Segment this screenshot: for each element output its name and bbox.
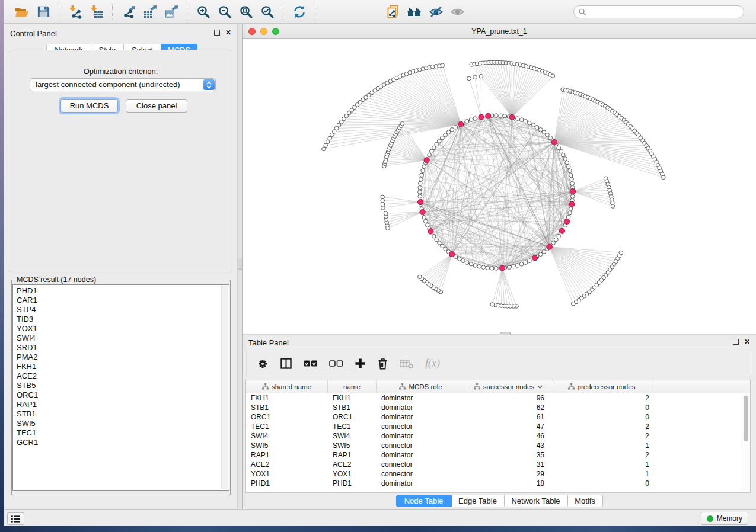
network-node[interactable] [524, 261, 528, 265]
network-node[interactable] [429, 149, 433, 153]
table-row[interactable]: RAP1RAP1dominator352 [246, 450, 750, 460]
import-network-button[interactable] [66, 3, 85, 21]
mcds-result-item[interactable]: ACE2 [17, 371, 221, 381]
deselect-all-button[interactable] [329, 360, 343, 368]
table-cell[interactable]: dominator [377, 479, 465, 488]
add-column-button[interactable] [355, 358, 366, 369]
table-cell[interactable]: ORC1 [328, 413, 377, 421]
network-node[interactable] [486, 266, 490, 270]
network-node[interactable] [571, 302, 575, 306]
network-node[interactable] [465, 261, 469, 265]
network-node[interactable] [461, 259, 465, 263]
table-cell[interactable]: 2 [551, 432, 652, 440]
hide-selected-button[interactable] [426, 3, 445, 21]
vertical-splitter[interactable] [237, 24, 243, 509]
network-hub-node[interactable] [486, 113, 491, 118]
network-node[interactable] [479, 74, 483, 78]
network-node[interactable] [322, 147, 326, 151]
table-cell[interactable]: 1 [551, 470, 652, 478]
mcds-result-item[interactable]: TEC1 [17, 428, 221, 438]
network-node[interactable] [535, 125, 539, 129]
network-node[interactable] [435, 142, 439, 146]
network-node[interactable] [538, 252, 543, 257]
table-cell[interactable]: connector [377, 470, 465, 478]
table-cell[interactable]: SWI5 [246, 441, 328, 450]
network-node[interactable] [511, 264, 515, 268]
table-cell[interactable]: STB1 [246, 403, 328, 412]
column-header-MCDS-role[interactable]: MCDS role [377, 380, 465, 393]
float-panel-icon[interactable] [214, 30, 220, 36]
table-cell[interactable]: 35 [465, 451, 551, 459]
import-table-button[interactable] [87, 3, 106, 21]
table-settings-button[interactable] [257, 358, 269, 370]
table-cell[interactable]: TEC1 [246, 422, 328, 431]
float-table-panel-icon[interactable] [733, 339, 739, 345]
table-cell[interactable]: dominator [377, 451, 465, 459]
export-network-button[interactable] [119, 3, 138, 21]
mcds-result-item[interactable]: TID3 [17, 315, 221, 324]
network-node[interactable] [418, 275, 422, 279]
network-hub-node[interactable] [418, 199, 423, 204]
network-node[interactable] [440, 244, 444, 248]
table-cell[interactable]: FKH1 [328, 394, 377, 402]
table-cell[interactable]: dominator [377, 432, 465, 440]
table-row[interactable]: TEC1TEC1connector472 [246, 422, 750, 431]
table-cell[interactable]: SWI4 [246, 432, 328, 440]
network-node[interactable] [662, 175, 666, 180]
table-row[interactable]: STB1STB1dominator620 [246, 403, 750, 412]
network-node[interactable] [444, 133, 448, 137]
network-node[interactable] [381, 206, 385, 210]
table-scrollbar[interactable] [742, 393, 750, 492]
network-node[interactable] [538, 127, 543, 132]
table-cell[interactable]: 29 [465, 470, 551, 478]
network-node[interactable] [531, 123, 535, 127]
column-header-name[interactable]: name [328, 380, 377, 393]
network-node[interactable] [551, 241, 556, 245]
network-node[interactable] [519, 118, 524, 122]
close-panel-icon[interactable]: ✕ [225, 30, 231, 36]
mcds-result-item[interactable]: FKH1 [17, 362, 221, 371]
run-mcds-button[interactable]: Run MCDS [60, 99, 118, 113]
network-node[interactable] [420, 173, 424, 177]
table-cell[interactable]: SWI4 [328, 432, 377, 440]
table-row[interactable]: ACE2ACE2connector311 [246, 460, 750, 469]
network-node[interactable] [428, 153, 432, 157]
table-cell[interactable]: connector [377, 460, 465, 469]
network-node[interactable] [441, 63, 445, 68]
network-node[interactable] [546, 133, 550, 137]
network-node[interactable] [421, 169, 425, 173]
show-columns-button[interactable] [280, 357, 292, 370]
table-cell[interactable]: STB1 [328, 403, 377, 412]
table-cell[interactable]: connector [377, 422, 465, 431]
network-node[interactable] [454, 125, 458, 129]
network-node[interactable] [551, 74, 555, 78]
network-node[interactable] [473, 117, 477, 121]
network-node[interactable] [559, 149, 563, 153]
network-node[interactable] [542, 130, 546, 134]
network-node[interactable] [570, 181, 575, 185]
close-window-traffic-light[interactable] [248, 28, 256, 35]
table-cell[interactable]: 0 [551, 403, 652, 412]
table-cell[interactable]: dominator [377, 394, 465, 402]
save-session-button[interactable] [34, 3, 53, 21]
table-cell[interactable]: ACE2 [328, 460, 377, 469]
search-input[interactable] [573, 5, 744, 18]
network-hub-node[interactable] [532, 255, 537, 261]
show-panel-list-button[interactable] [7, 512, 24, 525]
network-node[interactable] [554, 238, 559, 242]
network-node[interactable] [465, 120, 469, 124]
network-node[interactable] [457, 257, 461, 261]
network-node[interactable] [565, 161, 569, 165]
network-window-titlebar[interactable]: YPA_prune.txt_1 [243, 25, 756, 39]
network-node[interactable] [467, 76, 471, 81]
network-node[interactable] [490, 266, 494, 270]
network-hub-node[interactable] [509, 114, 515, 120]
table-cell[interactable]: 2 [551, 422, 652, 431]
table-cell[interactable]: 0 [551, 479, 652, 488]
table-cell[interactable]: RAP1 [328, 451, 377, 459]
mcds-result-item[interactable]: RAP1 [17, 400, 221, 409]
network-hub-node[interactable] [570, 188, 575, 194]
mcds-list-scrollbar[interactable] [221, 286, 228, 489]
function-builder-button[interactable]: f(x) [425, 357, 440, 370]
network-node[interactable] [515, 117, 519, 121]
